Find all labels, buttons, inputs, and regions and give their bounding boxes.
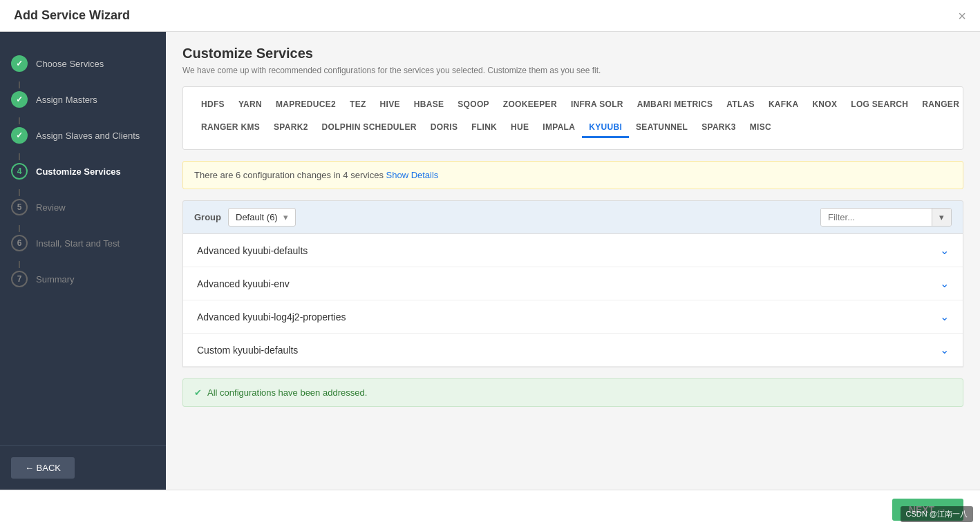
service-tab-yarn[interactable]: YARN [232,95,269,115]
service-tab-tez[interactable]: TEZ [343,95,373,115]
chevron-down-icon: ⌄ [940,343,949,356]
service-tab-ranger-kms[interactable]: RANGER KMS [194,118,267,138]
check-circle-icon: ✔ [194,387,202,398]
modal-container: Add Service Wizard × ✓ Choose Services ✓… [0,0,980,529]
config-section-label-0: Advanced kyuubi-defaults [197,245,308,256]
service-tab-log-search[interactable]: LOG SEARCH [844,95,915,115]
sidebar-nav: ✓ Choose Services ✓ Assign Masters ✓ Ass… [0,32,166,311]
service-tab-hive[interactable]: HIVE [373,95,407,115]
service-tab-kafka[interactable]: KAFKA [762,95,806,115]
sidebar-item-assign-masters[interactable]: ✓ Assign Masters [0,81,166,117]
service-tabs-row2: RANGER KMSSPARK2DOLPHIN SCHEDULERDORISFL… [194,118,952,138]
sidebar-item-review[interactable]: 5 Review [0,189,166,225]
warning-banner: There are 6 configuration changes in 4 s… [182,161,963,189]
sidebar-item-choose-services[interactable]: ✓ Choose Services [0,46,166,81]
sidebar-footer: ← BACK [0,445,166,490]
service-tab-atlas[interactable]: ATLAS [719,95,762,115]
filter-input[interactable] [821,209,932,226]
sidebar-label-customize-services: Customize Services [36,166,121,177]
main-content: Customize Services We have come up with … [166,32,980,490]
config-section-header-0[interactable]: Advanced kyuubi-defaults ⌄ [183,234,963,267]
service-tab-impala[interactable]: IMPALA [536,118,582,138]
config-section-3: Custom kyuubi-defaults ⌄ [183,334,963,367]
service-tab-spark3[interactable]: SPARK3 [695,118,743,138]
service-tab-kyuubi[interactable]: KYUUBI [582,118,629,138]
sidebar-label-choose-services: Choose Services [36,59,104,69]
service-tab-ranger[interactable]: RANGER [915,95,966,115]
service-tab-hue[interactable]: HUE [504,118,536,138]
config-section-header-1[interactable]: Advanced kyuubi-env ⌄ [183,267,963,300]
service-tab-flink[interactable]: FLINK [464,118,504,138]
sidebar-item-assign-slaves[interactable]: ✓ Assign Slaves and Clients [0,117,166,153]
sidebar: ✓ Choose Services ✓ Assign Masters ✓ Ass… [0,32,166,490]
modal-body: ✓ Choose Services ✓ Assign Masters ✓ Ass… [0,32,980,490]
show-details-link[interactable]: Show Details [386,170,439,180]
chevron-down-icon: ⌄ [940,310,949,323]
warning-text: There are 6 configuration changes in 4 s… [194,170,386,180]
close-button[interactable]: × [958,9,966,23]
config-section-label-2: Advanced kyuubi-log4j2-properties [197,311,346,323]
service-tab-doris[interactable]: DORIS [424,118,465,138]
sidebar-label-install-start-test: Install, Start and Test [36,238,120,249]
service-tabs-row1: HDFSYARNMAPREDUCE2TEZHIVEHBASESQOOPZOOKE… [194,95,952,115]
sidebar-item-install-start-test[interactable]: 6 Install, Start and Test [0,225,166,261]
modal-header: Add Service Wizard × [0,0,980,32]
config-sections-container: Advanced kyuubi-defaults ⌄ Advanced kyuu… [182,234,963,367]
step-indicator-review: 5 [11,199,28,215]
config-section-1: Advanced kyuubi-env ⌄ [183,267,963,300]
config-section-0: Advanced kyuubi-defaults ⌄ [183,234,963,267]
step-indicator-install-start-test: 6 [11,235,28,251]
watermark: CSDN @江南一八 [901,506,973,522]
chevron-down-icon: ⌄ [940,277,949,290]
service-tab-ambari-metrics[interactable]: AMBARI METRICS [630,95,720,115]
sidebar-label-review: Review [36,202,66,213]
service-tab-infra-solr[interactable]: INFRA SOLR [564,95,630,115]
config-section-header-3[interactable]: Custom kyuubi-defaults ⌄ [183,334,963,366]
service-tab-zookeeper[interactable]: ZOOKEEPER [496,95,564,115]
service-tab-sqoop[interactable]: SQOOP [451,95,496,115]
config-section-label-1: Advanced kyuubi-env [197,278,290,289]
service-tab-mapreduce2[interactable]: MAPREDUCE2 [269,95,343,115]
chevron-down-icon: ▾ [283,212,288,222]
step-indicator-choose-services: ✓ [11,55,28,72]
group-label: Group [194,212,221,222]
bottom-bar: NEXT → [0,490,980,529]
modal-title: Add Service Wizard [14,8,130,23]
service-tab-misc[interactable]: MISC [743,118,778,138]
service-tab-hbase[interactable]: HBASE [407,95,451,115]
sidebar-label-assign-slaves: Assign Slaves and Clients [36,131,140,141]
filter-dropdown-button[interactable]: ▾ [932,209,951,226]
success-banner: ✔ All configurations have been addressed… [182,378,963,407]
step-indicator-customize-services: 4 [11,163,28,180]
step-indicator-assign-slaves: ✓ [11,127,28,144]
service-tab-knox[interactable]: KNOX [805,95,844,115]
sidebar-item-customize-services[interactable]: 4 Customize Services [0,153,166,189]
filter-input-container: ▾ [820,208,952,227]
config-section-header-2[interactable]: Advanced kyuubi-log4j2-properties ⌄ [183,300,963,333]
step-indicator-assign-masters: ✓ [11,91,28,108]
service-tabs-container: HDFSYARNMAPREDUCE2TEZHIVEHBASESQOOPZOOKE… [182,86,963,150]
sidebar-label-summary: Summary [36,274,75,285]
sidebar-item-summary[interactable]: 7 Summary [0,261,166,297]
success-text: All configurations have been addressed. [207,387,367,398]
page-title: Customize Services [182,46,963,61]
group-select-value: Default (6) [236,212,278,222]
group-selector-row: Group Default (6) ▾ ▾ [182,200,963,234]
group-select-dropdown[interactable]: Default (6) ▾ [228,208,296,227]
sidebar-label-assign-masters: Assign Masters [36,95,97,105]
config-section-2: Advanced kyuubi-log4j2-properties ⌄ [183,300,963,334]
service-tab-spark2[interactable]: SPARK2 [267,118,315,138]
service-tab-dolphin-scheduler[interactable]: DOLPHIN SCHEDULER [315,118,424,138]
back-button[interactable]: ← BACK [11,457,75,479]
step-indicator-summary: 7 [11,271,28,287]
chevron-down-icon: ⌄ [940,244,949,257]
service-tab-seatunnel[interactable]: SEATUNNEL [629,118,695,138]
page-subtitle: We have come up with recommended configu… [182,66,963,75]
service-tab-hdfs[interactable]: HDFS [194,95,232,115]
config-section-label-3: Custom kyuubi-defaults [197,345,298,356]
